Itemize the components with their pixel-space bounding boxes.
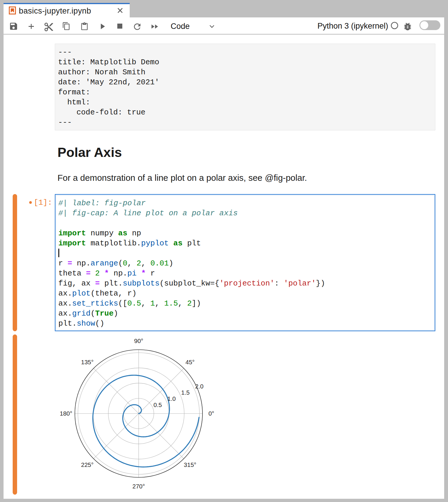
svg-text:0.5: 0.5 [154,401,162,408]
svg-text:0°: 0° [208,410,214,417]
svg-text:2.0: 2.0 [195,383,204,390]
svg-text:180°: 180° [60,410,72,417]
svg-text:45°: 45° [185,359,195,365]
svg-text:1.5: 1.5 [181,389,190,396]
svg-text:1.0: 1.0 [167,395,176,402]
svg-text:135°: 135° [81,359,93,365]
svg-text:315°: 315° [184,461,196,468]
svg-text:90°: 90° [134,337,143,344]
svg-text:225°: 225° [81,461,93,468]
svg-text:270°: 270° [132,483,145,490]
